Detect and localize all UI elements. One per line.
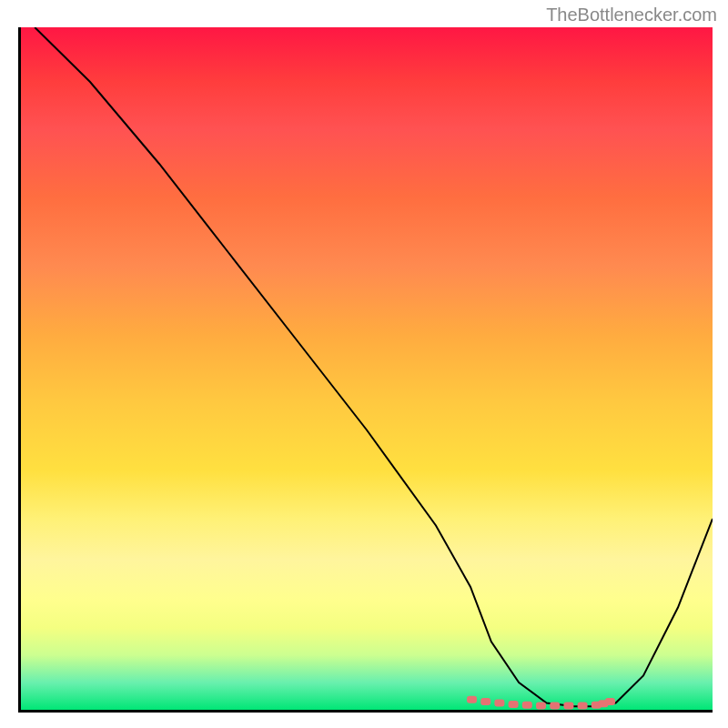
flat-marker bbox=[563, 703, 573, 710]
flat-marker bbox=[536, 703, 546, 710]
flat-marker bbox=[605, 698, 615, 705]
flat-marker bbox=[509, 701, 519, 708]
plot-area bbox=[18, 27, 713, 713]
watermark-text: TheBottlenecker.com bbox=[546, 5, 717, 25]
flat-marker bbox=[522, 702, 532, 709]
flat-marker bbox=[550, 703, 560, 710]
chart-container: TheBottlenecker.com bbox=[0, 0, 728, 728]
curve-svg bbox=[21, 27, 713, 710]
flat-marker bbox=[494, 700, 504, 707]
flat-marker bbox=[467, 696, 477, 703]
flat-marker bbox=[480, 698, 490, 705]
main-curve-line bbox=[35, 27, 713, 706]
flat-marker bbox=[578, 703, 588, 710]
